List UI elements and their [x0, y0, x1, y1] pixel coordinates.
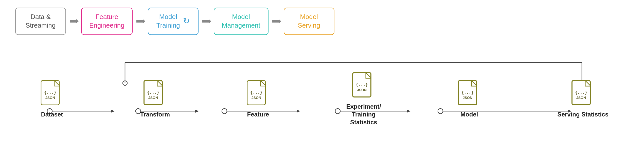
svg-marker-2: [202, 19, 211, 24]
stage-label-model-serving: ModelServing: [298, 13, 320, 30]
node-transform: {...} JSON Transform: [140, 80, 170, 118]
pipeline-stages: Data &Streaming FeatureEngineering Model…: [0, 0, 644, 35]
stage-inner-model-training: ModelTraining ↻: [156, 13, 190, 30]
stage-label-feature-engineering: FeatureEngineering: [89, 13, 124, 30]
svg-text:JSON: JSON: [45, 96, 55, 100]
node-label-model: Model: [460, 110, 478, 118]
stage-label-model-training: ModelTraining: [156, 13, 180, 30]
stage-model-management[interactable]: ModelManagement: [214, 8, 269, 35]
svg-text:{...}: {...}: [356, 82, 368, 87]
arrow-2: [135, 17, 145, 25]
svg-text:{...}: {...}: [575, 90, 587, 95]
main-container: Data &Streaming FeatureEngineering Model…: [0, 0, 644, 158]
node-dataset: {...} JSON Dataset: [41, 80, 63, 118]
node-serving-stats: {...} JSON Serving Statistics: [558, 80, 609, 118]
json-icon-dataset: {...} JSON: [41, 80, 63, 107]
stage-data-streaming[interactable]: Data &Streaming: [15, 8, 66, 35]
svg-marker-3: [272, 19, 281, 24]
svg-text:{...}: {...}: [250, 90, 262, 95]
stage-feature-engineering[interactable]: FeatureEngineering: [81, 8, 133, 35]
svg-text:{...}: {...}: [147, 90, 159, 95]
node-label-dataset: Dataset: [41, 110, 63, 118]
svg-text:JSON: JSON: [252, 96, 261, 100]
json-icon-transform: {...} JSON: [144, 80, 166, 107]
json-icon-feature: {...} JSON: [247, 80, 270, 107]
node-label-feature: Feature: [247, 110, 269, 118]
svg-text:JSON: JSON: [463, 96, 472, 100]
svg-text:{...}: {...}: [44, 90, 56, 95]
arrow-4: [271, 17, 281, 25]
json-icon-model: {...} JSON: [458, 80, 481, 107]
stage-model-serving[interactable]: ModelServing: [284, 8, 334, 35]
node-experiment: {...} JSON Experiment/TrainingStatistics: [346, 72, 381, 126]
json-icon-experiment: {...} JSON: [352, 72, 375, 100]
dataflow-container: {...} JSON Dataset {...} JSON Transform: [0, 49, 644, 158]
node-model: {...} JSON Model: [458, 80, 481, 118]
nodes-row: {...} JSON Dataset {...} JSON Transform: [15, 72, 629, 126]
svg-text:{...}: {...}: [461, 90, 474, 95]
svg-text:JSON: JSON: [576, 96, 586, 100]
node-label-transform: Transform: [140, 110, 170, 118]
refresh-icon: ↻: [183, 16, 190, 27]
node-feature: {...} JSON Feature: [247, 80, 270, 118]
arrow-1: [68, 17, 79, 25]
json-icon-serving-stats: {...} JSON: [571, 80, 594, 107]
stage-label-data-streaming: Data &Streaming: [26, 13, 56, 30]
node-label-experiment: Experiment/TrainingStatistics: [346, 103, 381, 126]
svg-text:JSON: JSON: [357, 88, 367, 92]
svg-marker-0: [70, 19, 79, 24]
node-label-serving-stats: Serving Statistics: [558, 110, 609, 118]
stage-label-model-management: ModelManagement: [222, 13, 260, 30]
arrow-3: [201, 17, 211, 25]
svg-marker-1: [136, 19, 145, 24]
stage-model-training[interactable]: ModelTraining ↻: [148, 8, 199, 35]
svg-text:JSON: JSON: [148, 96, 158, 100]
